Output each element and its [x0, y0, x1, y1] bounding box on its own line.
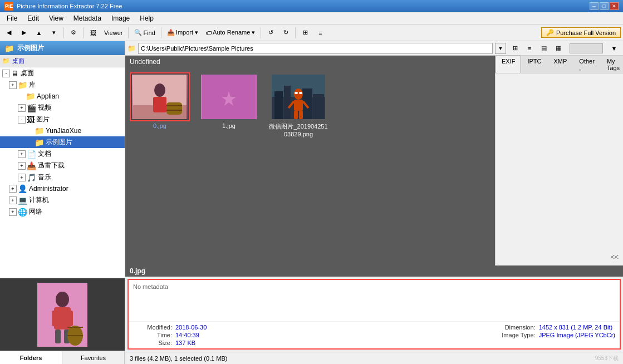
dropdown-arrow[interactable]: ▾ [47, 26, 61, 40]
expand-desktop[interactable]: - [2, 70, 10, 77]
svg-point-31 [299, 92, 302, 94]
meta-tab-mytags[interactable]: My Tags [601, 56, 623, 73]
grid-button[interactable]: ⊞ [298, 26, 312, 40]
back-button[interactable]: ◀ [2, 26, 16, 40]
grid-label-0: 0.jpg [153, 122, 166, 129]
view-mode-buttons: ⊞ ≡ ▤ ▦ [508, 42, 565, 55]
address-dropdown[interactable]: ▼ [495, 43, 506, 54]
tree-item-pic[interactable]: - 🖼 图片 [0, 114, 125, 125]
grid-label-1: 1.jpg [222, 122, 236, 129]
expand-pic[interactable]: - [18, 116, 26, 124]
close-button[interactable]: ✕ [610, 2, 619, 10]
tree-item-ku[interactable]: + 📁 库 [0, 79, 125, 91]
view-button[interactable]: 🖼 [86, 26, 100, 40]
bottom-panel: 0.jpg No metadata Modified: 2018-06-30 [125, 265, 623, 352]
grid-label-2: 微信图片_20190425103829.png [268, 122, 329, 137]
address-input[interactable] [138, 43, 493, 54]
menu-bar: File Edit View Metadata Image Help [0, 12, 623, 24]
tree-item-doc[interactable]: + 📄 文档 [0, 148, 125, 160]
collapse-button[interactable]: << [609, 251, 621, 263]
tree-item-yunjiaxue[interactable]: 📁 YunJiaoXue [0, 125, 125, 136]
action2-button[interactable]: ↻ [279, 26, 292, 40]
left-panel-tabs: Folders Favorites [0, 351, 125, 364]
title-bar: PIE Picture Information Extractor 7.22 F… [0, 0, 623, 12]
svg-rect-5 [55, 329, 61, 343]
meta-tab-exif[interactable]: EXIF [496, 56, 521, 73]
tree-item-xunlei[interactable]: + 📥 迅雷下载 [0, 160, 125, 171]
tree-label-pic: 图片 [36, 115, 50, 124]
expand-network[interactable]: + [9, 208, 17, 216]
expand-doc[interactable]: + [18, 150, 26, 158]
view-tiles[interactable]: ▦ [552, 42, 565, 55]
tree-item-video[interactable]: + 🎬 视频 [0, 102, 125, 114]
left-path-label: 桌面 [12, 57, 24, 65]
find-button[interactable]: 🔍 Find [131, 26, 158, 40]
meta-tab-iptc[interactable]: IPTC [521, 56, 547, 73]
meta-tab-xmp[interactable]: XMP [548, 56, 573, 73]
expand-music[interactable]: + [18, 174, 26, 181]
autorename-button[interactable]: 🏷 Auto Rename ▾ [203, 26, 258, 40]
grid-item-1[interactable]: 1.jpg [199, 72, 259, 137]
list-button[interactable]: ≡ [313, 26, 327, 40]
grid-content: 0.jpg [125, 68, 495, 265]
expand-xunlei[interactable]: + [18, 162, 26, 170]
action1-button[interactable]: ↺ [264, 26, 277, 40]
purchase-button[interactable]: 🔑 Purchase Full Version [541, 27, 621, 38]
sep6 [295, 27, 296, 38]
time-value: 14:40:39 [175, 332, 199, 338]
meta-tab-other[interactable]: Other , [573, 56, 601, 73]
tree-item-network[interactable]: + 🌐 网络 [0, 206, 125, 218]
tab-folders[interactable]: Folders [0, 351, 62, 364]
menu-edit[interactable]: Edit [23, 13, 43, 23]
tree-item-desktop[interactable]: - 🖥 桌面 [0, 67, 125, 79]
thumb-img-2 [272, 75, 325, 119]
tree-item-music[interactable]: + 🎵 音乐 [0, 171, 125, 183]
menu-image[interactable]: Image [107, 13, 134, 23]
menu-help[interactable]: Help [135, 13, 158, 23]
img2-svg [272, 75, 325, 119]
tree-item-applian[interactable]: 📁 Applian [0, 91, 125, 102]
menu-file[interactable]: File [2, 13, 22, 23]
expand-ku[interactable]: + [9, 81, 17, 89]
grid-thumb-1[interactable] [199, 72, 259, 121]
tree-label-ku: 库 [29, 80, 36, 90]
tree-item-sample[interactable]: 📁 示例图片 [0, 136, 125, 148]
viewer-button[interactable]: Viewer [101, 26, 125, 40]
tree-item-computer[interactable]: + 💻 计算机 [0, 194, 125, 206]
view-details[interactable]: ▤ [537, 42, 551, 55]
expand-computer[interactable]: + [9, 196, 17, 204]
sep1 [63, 27, 64, 38]
metadata-empty-space [129, 293, 620, 321]
tree-area[interactable]: - 🖥 桌面 + 📁 库 📁 Applian + 🎬 视频 [0, 67, 125, 278]
svg-point-30 [295, 92, 298, 94]
modified-value: 2018-06-30 [175, 324, 207, 331]
expand-admin[interactable]: + [9, 185, 17, 193]
svg-point-12 [154, 83, 165, 97]
minimize-button[interactable]: ─ [590, 2, 599, 10]
zoom-slider[interactable] [570, 43, 603, 53]
menu-metadata[interactable]: Metadata [69, 13, 106, 23]
thumbnail-preview [0, 278, 125, 351]
view-list[interactable]: ≡ [523, 42, 536, 55]
menu-view[interactable]: View [45, 13, 68, 23]
tab-favorites[interactable]: Favorites [62, 351, 125, 364]
grid-item-0[interactable]: 0.jpg [130, 72, 190, 137]
maximize-button[interactable]: □ [600, 2, 609, 10]
grid-thumb-0[interactable] [130, 72, 190, 121]
expand-video[interactable]: + [18, 104, 26, 112]
settings-button[interactable]: ⚙ [67, 26, 80, 40]
left-panel-header: 📁 示例图片 [0, 41, 125, 55]
tree-item-admin[interactable]: + 👤 Administrator [0, 183, 125, 194]
view-thumbnails[interactable]: ⊞ [508, 42, 522, 55]
meta-content [496, 73, 623, 249]
info-grid: Modified: 2018-06-30 Time: 14:40:39 Size… [133, 324, 615, 346]
svg-rect-29 [299, 111, 303, 119]
forward-button[interactable]: ▶ [17, 26, 31, 40]
grid-thumb-2[interactable] [269, 72, 327, 121]
import-button[interactable]: 📥 Import ▾ [164, 26, 201, 40]
up-button[interactable]: ▲ [32, 26, 46, 40]
info-imagetype: Image Type: JPEG Image (JPEG YCbCr) [488, 332, 615, 338]
svg-rect-23 [313, 94, 324, 119]
grid-item-2[interactable]: 微信图片_20190425103829.png [268, 72, 329, 137]
filter-button[interactable]: ▼ [607, 42, 621, 55]
